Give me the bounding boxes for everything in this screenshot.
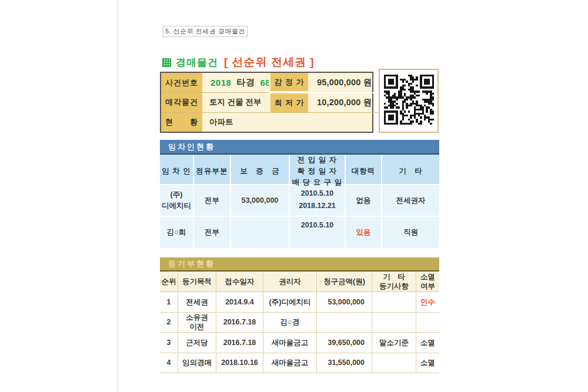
case-court: 타경 <box>236 77 255 88</box>
registry-row: 4 임의경매 2018.10.16 새마을금고 31,550,000 소멸 <box>160 353 439 374</box>
page-title: 경매물건 <box>176 56 218 69</box>
appraisal-label: 감 정 가 <box>269 73 310 92</box>
col-right-holder: 권리자 <box>263 272 317 292</box>
tenant-deposit: 53,000,000 <box>231 185 290 216</box>
section-tag: 5. 선순위 전세권 경매물건 <box>163 26 248 37</box>
registry-amount: 31,550,000 <box>317 353 372 374</box>
registry-result: 소멸 <box>416 333 439 353</box>
section-tag-label: 5. 선순위 전세권 경매물건 <box>165 27 245 36</box>
col-extinguish: 소멸 여부 <box>416 272 439 292</box>
tenant-etc: 직원 <box>382 217 439 248</box>
registry-purpose: 전세권 <box>178 292 216 313</box>
tenant-name: (주) 디에치티 <box>160 185 194 216</box>
registry-row: 3 근저당 2016.7.18 새마을금고 39,650,000 말소기준 소멸 <box>160 333 439 353</box>
tenant-portion: 전부 <box>194 217 231 248</box>
registry-holder: 새마을금고 <box>263 333 317 353</box>
registry-amount: 53,000,000 <box>317 292 372 313</box>
col-portion: 점유부분 <box>194 155 231 187</box>
move-in-date: 2010.5.10 <box>301 220 334 231</box>
status-label: 현 황 <box>161 112 202 132</box>
section-title: 경매물건 [ 선순위 전세권 ] <box>162 55 315 70</box>
case-number-value: 2018 타경 6807 <box>202 73 269 92</box>
auction-info-table: 사건번호 2018 타경 6807 감 정 가 95,000,000 원 매각물… <box>160 72 373 133</box>
sale-object-label: 매각물건 <box>161 92 202 112</box>
registry-date: 2016.7.18 <box>216 333 263 353</box>
case-year: 2018 <box>211 78 231 88</box>
tenant-name: 김○희 <box>160 217 194 248</box>
tenant-etc: 전세권자 <box>382 185 439 216</box>
page-title-bracket: [ 선순위 전세권 ] <box>224 55 315 70</box>
tenant-opposing-power: 있음 <box>346 217 382 248</box>
status-value: 아파트 <box>202 112 378 132</box>
registry-date: 2016.7.18 <box>216 313 263 333</box>
col-receipt-date: 접수일자 <box>216 272 263 292</box>
grid-icon <box>162 58 171 67</box>
registry-date: 2014.9.4 <box>216 292 263 313</box>
tenant-row: (주) 디에치티 전부 53,000,000 2010.5.10 2018.12… <box>160 184 439 216</box>
tenant-opposing-power: 없음 <box>346 185 382 216</box>
tenant-portion: 전부 <box>194 185 231 216</box>
col-claim-amount: 청구금액(원) <box>317 272 372 292</box>
min-price-label: 최 저 가 <box>269 92 310 112</box>
registry-rank: 3 <box>160 333 178 353</box>
registry-table-title: 등기부현황 <box>160 257 439 272</box>
registry-amount: 39,650,000 <box>317 333 372 353</box>
registry-rank: 2 <box>160 313 178 333</box>
registry-holder: 김○경 <box>263 313 317 333</box>
registry-etc <box>372 353 416 374</box>
registry-result: 소멸 <box>416 353 439 374</box>
registry-holder: (주)디에치티 <box>263 292 317 313</box>
tenant-dates: 2010.5.10 2018.12.21 <box>290 185 346 216</box>
qr-frame <box>379 69 439 133</box>
registry-etc <box>372 313 416 333</box>
registry-purpose: 소유권 이전 <box>178 313 216 333</box>
col-purpose: 등기목적 <box>178 272 216 292</box>
fixed-date: 2018.12.21 <box>299 200 336 212</box>
registry-table-header: 순위 등기목적 접수일자 권리자 청구금액(원) 기 타 등기사항 소멸 여부 <box>160 272 439 292</box>
col-deposit: 보 증 금 <box>231 155 290 187</box>
sale-object-value: 토지 건물 전부 <box>202 92 269 112</box>
col-etc-registry: 기 타 등기사항 <box>372 272 416 292</box>
registry-holder: 새마을금고 <box>263 353 317 374</box>
tenant-table-header: 임 차 인 점유부분 보 증 금 전 입 일 자 확 정 일 자 배 당 요 구… <box>160 155 439 184</box>
registry-etc <box>372 292 416 313</box>
case-number-label: 사건번호 <box>161 73 202 92</box>
col-tenant: 임 차 인 <box>160 155 194 187</box>
registry-rank: 1 <box>160 292 178 313</box>
registry-row: 1 전세권 2014.9.4 (주)디에치티 53,000,000 인수 <box>160 292 439 313</box>
registry-result: 인수 <box>416 292 439 313</box>
appraisal-value: 95,000,000 원 <box>310 73 378 92</box>
registry-row: 2 소유권 이전 2016.7.18 김○경 <box>160 313 439 333</box>
page-divider <box>117 0 118 392</box>
registry-amount <box>317 313 372 333</box>
col-dates: 전 입 일 자 확 정 일 자 배 당 요 구 일 <box>290 155 346 187</box>
registry-etc: 말소기준 <box>372 333 416 353</box>
col-etc: 기 타 <box>382 155 439 187</box>
tenant-row: 김○희 전부 2010.5.10 있음 직원 <box>160 216 439 248</box>
registry-date: 2018.10.16 <box>216 353 263 374</box>
registry-rank: 4 <box>160 353 178 374</box>
qr-code <box>384 75 434 127</box>
tenant-dates: 2010.5.10 <box>290 217 346 248</box>
tenant-table-title: 임차인현황 <box>160 140 439 155</box>
registry-result <box>416 313 439 333</box>
registry-purpose: 근저당 <box>178 333 216 353</box>
col-rank: 순위 <box>160 272 178 292</box>
tenant-status-table: 임차인현황 임 차 인 점유부분 보 증 금 전 입 일 자 확 정 일 자 배… <box>160 140 439 248</box>
registry-purpose: 임의경매 <box>178 353 216 374</box>
tenant-deposit <box>231 217 290 248</box>
min-price-value: 10,200,000 원 <box>310 92 378 112</box>
col-opposing-power: 대항력 <box>346 155 382 187</box>
move-in-date: 2010.5.10 <box>301 188 334 199</box>
registry-status-table: 등기부현황 순위 등기목적 접수일자 권리자 청구금액(원) 기 타 등기사항 … <box>160 257 439 373</box>
